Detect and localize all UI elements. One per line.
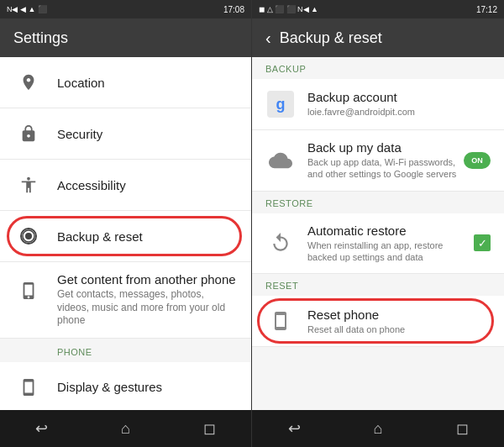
right-action-bar: ‹ Backup & reset [252,18,504,57]
back-arrow-icon[interactable]: ‹ [265,29,271,48]
settings-item-display[interactable]: Display & gestures [0,362,251,410]
accessibility-text: Accessibility [57,178,238,192]
backup-label: BACKUP [252,57,504,79]
left-recents-button[interactable]: ◻ [191,410,228,447]
right-back-button[interactable]: ↩ [276,410,312,447]
location-title: Location [57,76,238,90]
settings-item-location[interactable]: Location [0,57,251,108]
backup-account-subtitle: loie.favre@androidpit.com [307,106,491,118]
left-settings-list: Location Security Accessibility [0,57,251,410]
location-text: Location [57,76,238,90]
get-content-icon [13,276,44,306]
location-icon [13,67,44,97]
reset-phone-icon [265,306,296,336]
auto-restore-checkbox[interactable]: ✓ [474,234,491,251]
security-icon [13,118,44,149]
auto-restore-item[interactable]: Automatic restore When reinstalling an a… [252,213,504,275]
backup-data-toggle[interactable]: ON [464,152,491,169]
display-icon [13,372,44,402]
left-back-button[interactable]: ↩ [24,410,60,447]
get-content-text: Get content from another phone Get conta… [57,272,238,328]
auto-restore-title: Automatic restore [307,224,474,238]
backup-account-text: Backup account loie.favre@androidpit.com [307,90,491,118]
security-title: Security [57,127,238,141]
display-text: Display & gestures [57,380,238,394]
backup-account-title: Backup account [307,90,491,104]
reset-phone-subtitle: Reset all data on phone [307,323,491,335]
backup-data-title: Back up my data [307,140,464,155]
left-status-icons-left: N◀ ◀ ▲ ⬛ [7,5,47,13]
backup-account-item[interactable]: g Backup account loie.favre@androidpit.c… [252,79,504,130]
backup-data-subtitle: Back up app data, Wi-Fi passwords, and o… [307,156,464,181]
right-nav-bar: ↩ ⌂ ◻ [252,410,504,447]
restore-label: RESTORE [252,192,504,213]
backup-reset-text: Backup & reset [57,229,238,244]
right-home-button[interactable]: ⌂ [360,410,396,447]
right-recents-button[interactable]: ◻ [444,410,480,447]
backup-reset-title: Backup & reset [57,229,238,244]
right-status-icons-left: ◼ △ ⬛ ⬛ N◀ ▲ [259,5,318,13]
right-panel: ◼ △ ⬛ ⬛ N◀ ▲ 17:12 ‹ Backup & reset BACK… [252,0,504,447]
security-text: Security [57,127,238,141]
left-status-bar: N◀ ◀ ▲ ⬛ 17:08 [0,0,251,18]
reset-phone-title: Reset phone [307,308,491,322]
backup-reset-icon [13,221,44,251]
reset-phone-item[interactable]: Reset phone Reset all data on phone [252,296,504,347]
settings-item-backup-reset[interactable]: Backup & reset [0,211,251,262]
svg-point-1 [25,233,32,239]
accessibility-title: Accessibility [57,178,238,192]
auto-restore-subtitle: When reinstalling an app, restore backed… [307,239,474,264]
right-title: Backup & reset [280,29,382,47]
right-status-time: 17:12 [476,5,497,14]
settings-item-accessibility[interactable]: Accessibility [0,160,251,211]
settings-item-get-content[interactable]: Get content from another phone Get conta… [0,262,251,339]
left-title: Settings [13,29,68,47]
get-content-title: Get content from another phone [57,272,238,287]
reset-label: RESET [252,274,504,296]
phone-section-label: PHONE [0,339,251,362]
left-status-time: 17:08 [223,5,244,14]
backup-data-item[interactable]: Back up my data Back up app data, Wi-Fi … [252,130,504,192]
google-icon: g [265,89,296,119]
left-action-bar: Settings [0,18,251,57]
auto-restore-text: Automatic restore When reinstalling an a… [307,224,474,264]
restore-icon [265,228,296,258]
settings-item-security[interactable]: Security [0,108,251,160]
left-panel: N◀ ◀ ▲ ⬛ 17:08 Settings Location [0,0,252,447]
get-content-subtitle: Get contacts, messages, photos, videos, … [57,288,238,328]
right-status-bar: ◼ △ ⬛ ⬛ N◀ ▲ 17:12 [252,0,504,18]
cloud-icon [265,145,296,176]
backup-data-text: Back up my data Back up app data, Wi-Fi … [307,140,464,181]
left-nav-bar: ↩ ⌂ ◻ [0,410,251,447]
reset-phone-text: Reset phone Reset all data on phone [307,308,491,335]
backup-section: BACKUP g Backup account loie.favre@andro… [252,57,504,410]
left-home-button[interactable]: ⌂ [107,410,144,447]
display-title: Display & gestures [57,380,238,394]
accessibility-icon [13,170,44,200]
